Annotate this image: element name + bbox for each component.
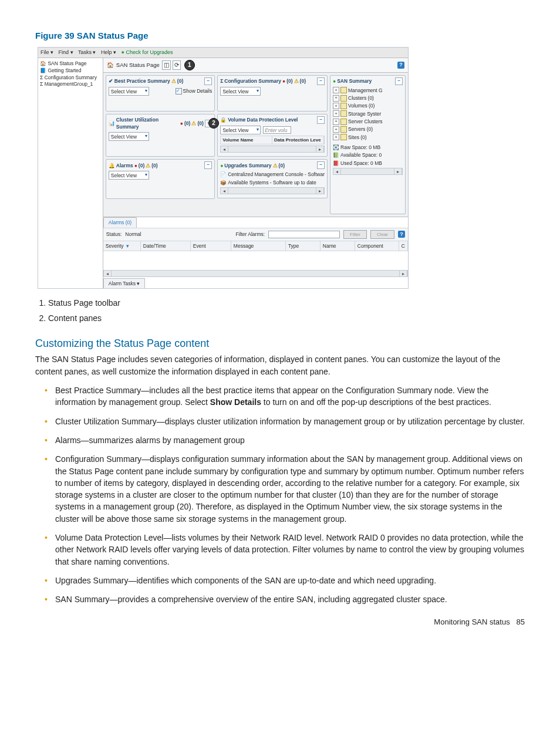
collapse-icon[interactable]: –: [204, 77, 212, 85]
collapse-icon[interactable]: –: [204, 161, 212, 169]
pane-upgrades: ● Upgrades Summary ⚠(0)– 📄 Centralized M…: [217, 159, 328, 198]
select-view[interactable]: Select View: [109, 171, 149, 180]
filter-input[interactable]: Enter volu: [263, 126, 291, 134]
section-heading: Customizing the Status Page content: [35, 336, 525, 351]
col-c[interactable]: C: [399, 241, 408, 251]
page-title: SAN Status Page: [116, 61, 160, 69]
expand-icon[interactable]: +: [333, 103, 339, 109]
expand-icon[interactable]: +: [333, 87, 339, 93]
vdpl-table: Volume NameData Protection Leve: [220, 136, 325, 145]
menu-file[interactable]: File ▾: [41, 49, 53, 55]
page-toolbar: 🏠 SAN Status Page ◫ ⟳ 1 ?: [103, 58, 408, 73]
nav-item[interactable]: 📘 Getting Started: [40, 67, 101, 75]
pane-config-summary: Σ Configuration Summary ●(0) ⚠(0)– Selec…: [217, 75, 328, 112]
scrollbar[interactable]: ◂▸: [333, 168, 403, 175]
figure-legend: Status Page toolbar Content panes: [35, 297, 525, 325]
select-view[interactable]: Select View: [220, 126, 261, 134]
toolbar-icon[interactable]: ⟳: [173, 60, 181, 70]
menu-tasks[interactable]: Tasks ▾: [78, 49, 96, 55]
alarm-tasks-button[interactable]: Alarm Tasks ▾: [103, 278, 146, 288]
bullet-list: Best Practice Summary—includes all the b…: [35, 384, 525, 605]
col-type[interactable]: Type: [286, 241, 321, 251]
screenshot-figure: File ▾ Find ▾ Tasks ▾ Help ▾ Check for U…: [38, 47, 409, 289]
toolbar-icon[interactable]: ◫: [162, 60, 171, 70]
scrollbar[interactable]: ◂▸: [220, 187, 325, 194]
expand-icon[interactable]: +: [333, 119, 339, 125]
alarms-table-header: Severity Date/Time Event Message Type Na…: [103, 241, 408, 251]
legend-item: Content panes: [48, 312, 525, 324]
page-footer: Monitoring SAN status 85: [35, 617, 525, 628]
filter-label: Filter Alarms:: [236, 231, 265, 238]
alarms-tab[interactable]: Alarms (0): [103, 217, 137, 227]
collapse-icon[interactable]: –: [317, 161, 325, 169]
pane-san-summary: ● SAN Summary– +Management G +Clusters (…: [330, 75, 406, 214]
select-view[interactable]: Select View: [109, 87, 149, 96]
show-details-checkbox[interactable]: [176, 88, 182, 94]
pane-best-practice: ✔ Best Practice Summary ⚠ (0)– Select Vi…: [106, 75, 215, 112]
nav-item[interactable]: Σ Configuration Summary: [40, 75, 101, 82]
expand-icon[interactable]: +: [333, 134, 339, 140]
bullet-item: Best Practice Summary—includes all the b…: [55, 384, 525, 409]
col-severity[interactable]: Severity: [103, 241, 141, 251]
expand-icon[interactable]: +: [333, 95, 339, 102]
nav-item[interactable]: Σ ManagementGroup_1: [40, 81, 101, 88]
legend-item: Status Page toolbar: [48, 297, 525, 309]
bullet-item: Alarms—summarizes alarms by management g…: [55, 434, 525, 446]
nav-item[interactable]: 🏠 SAN Status Page: [40, 60, 101, 67]
figure-caption: Figure 39 SAN Status Page: [35, 29, 525, 42]
select-view[interactable]: Select View: [109, 132, 149, 141]
clear-button[interactable]: Clear: [370, 230, 394, 239]
intro-paragraph: The SAN Status Page includes seven categ…: [35, 353, 525, 377]
filter-button[interactable]: Filter: [343, 230, 367, 239]
pane-alarms: 🔔 Alarms ●(0) ⚠(0)– Select View: [106, 159, 215, 199]
content-panes: ✔ Best Practice Summary ⚠ (0)– Select Vi…: [103, 73, 408, 217]
nav-tree: 🏠 SAN Status Page 📘 Getting Started Σ Co…: [38, 58, 103, 289]
alarms-table-body: [103, 251, 408, 269]
alarms-panel: Alarms (0) Status: Normal Filter Alarms:…: [103, 217, 408, 288]
col-component[interactable]: Component: [355, 241, 399, 251]
col-datetime[interactable]: Date/Time: [141, 241, 191, 251]
col-name[interactable]: Name: [321, 241, 355, 251]
menu-help[interactable]: Help ▾: [101, 49, 116, 55]
show-details-label: Show Details: [183, 88, 212, 94]
collapse-icon[interactable]: –: [317, 116, 325, 124]
col-event[interactable]: Event: [191, 241, 231, 251]
callout-1: 1: [184, 60, 195, 70]
col-message[interactable]: Message: [231, 241, 286, 251]
scrollbar[interactable]: ◂▸: [220, 146, 325, 153]
collapse-icon[interactable]: –: [317, 77, 325, 85]
bullet-item: Configuration Summary—displays configura…: [55, 453, 525, 525]
bullet-item: Cluster Utilization Summary—displays clu…: [55, 416, 525, 427]
status-label: Status:: [106, 231, 122, 238]
menubar: File ▾ Find ▾ Tasks ▾ Help ▾ Check for U…: [38, 48, 408, 58]
expand-icon[interactable]: +: [333, 126, 339, 133]
callout-2: 2: [208, 118, 219, 129]
pane-cluster-utilization: 📊 Cluster Utilization Summary ●(0) ⚠(0)–…: [106, 114, 215, 157]
bullet-item: Volume Data Protection Level—lists volum…: [55, 532, 525, 568]
bullet-item: SAN Summary—provides a comprehensive ove…: [55, 593, 525, 605]
help-icon[interactable]: ?: [398, 231, 405, 238]
select-view[interactable]: Select View: [220, 87, 261, 96]
collapse-icon[interactable]: –: [395, 77, 403, 85]
status-value: Normal: [125, 231, 141, 238]
check-upgrades-link[interactable]: Check for Upgrades: [121, 49, 173, 55]
expand-icon[interactable]: +: [333, 110, 339, 117]
help-icon[interactable]: ?: [397, 62, 404, 69]
scrollbar[interactable]: ◂▸: [103, 270, 408, 277]
pane-volume-protection: 🔒 Volume Data Protection Level– Select V…: [217, 114, 328, 157]
menu-find[interactable]: Find ▾: [59, 49, 73, 55]
bullet-item: Upgrades Summary—identifies which compon…: [55, 575, 525, 586]
filter-input[interactable]: [268, 231, 340, 238]
